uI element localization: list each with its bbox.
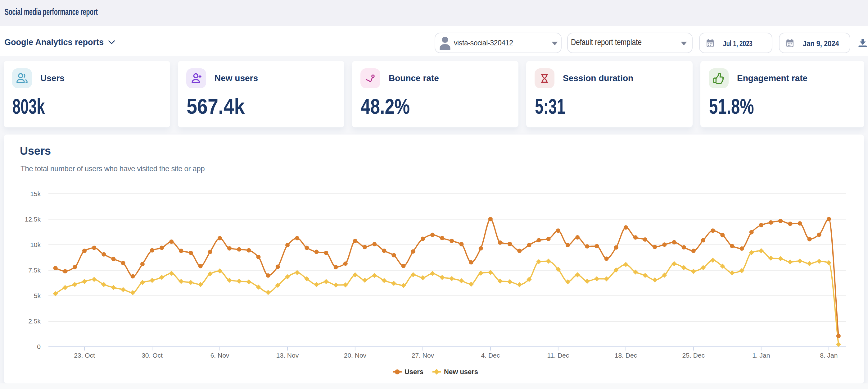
svg-text:18. Dec: 18. Dec [615,352,637,359]
svg-text:25. Dec: 25. Dec [682,352,705,359]
svg-text:12.5k: 12.5k [25,216,41,223]
svg-text:13. Nov: 13. Nov [276,352,299,359]
svg-text:11. Dec: 11. Dec [547,352,569,359]
svg-text:27. Nov: 27. Nov [412,352,434,359]
svg-text:20. Nov: 20. Nov [344,352,367,359]
svg-text:6. Nov: 6. Nov [211,352,229,359]
svg-text:2.5k: 2.5k [28,317,41,325]
svg-text:1. Jan: 1. Jan [752,352,770,359]
svg-text:0: 0 [37,343,41,350]
svg-text:23. Oct: 23. Oct [74,352,95,359]
svg-text:8. Jan: 8. Jan [820,352,838,359]
svg-text:30. Oct: 30. Oct [142,352,163,359]
svg-text:5k: 5k [34,292,41,299]
svg-text:4. Dec: 4. Dec [481,352,500,359]
svg-text:7.5k: 7.5k [28,267,41,274]
svg-text:10k: 10k [30,241,41,248]
svg-text:15k: 15k [30,190,41,197]
